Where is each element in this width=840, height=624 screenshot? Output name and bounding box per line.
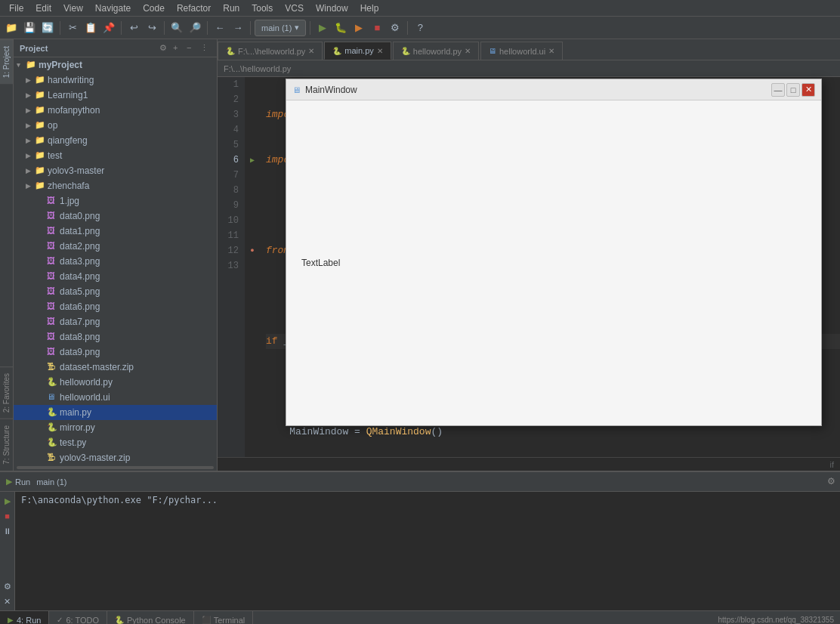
tree-file-data0[interactable]: 🖼 data0.png — [14, 209, 217, 224]
run-close[interactable]: ✕ — [2, 595, 14, 607]
toolbar-forward[interactable]: → — [230, 20, 246, 36]
bottom-tab-python-console[interactable]: 🐍 Python Console — [107, 611, 194, 625]
toolbar-profile-btn[interactable]: ⚙ — [387, 20, 403, 36]
terminal-icon: ⬛ — [202, 616, 211, 624]
vert-tab-project[interactable]: 1: Project — [0, 39, 13, 84]
tab-helloworld-py[interactable]: 🐍 helloworld.py ✕ — [393, 42, 479, 60]
project-panel: Project ⚙ + − ⋮ ▾ 📁 myProject ▶ 📁 handwr… — [14, 39, 218, 471]
tree-file-data1[interactable]: 🖼 data1.png — [14, 224, 217, 239]
toolbar-sync[interactable]: 🔄 — [39, 20, 56, 36]
run-pause[interactable]: ⏸ — [2, 525, 14, 537]
tree-file-yolov3-zip[interactable]: 🗜 yolov3-master.zip — [14, 450, 217, 465]
toolbar-open[interactable]: 📁 — [3, 20, 20, 36]
popup-controls: — □ ✕ — [771, 83, 815, 97]
run-config-selector[interactable]: main (1) ▾ — [255, 20, 306, 36]
tab-main-py[interactable]: 🐍 main.py ✕ — [324, 42, 391, 60]
tree-item-handwriting[interactable]: ▶ 📁 handwriting — [14, 73, 217, 88]
panel-icon-gear[interactable]: ⚙ — [159, 43, 170, 54]
tree-file-1jpg[interactable]: 🖼 1.jpg — [14, 193, 217, 209]
tree-label: yolov3-master.zip — [60, 453, 130, 463]
tree-root[interactable]: ▾ 📁 myProject — [14, 57, 217, 73]
tree-file-data5[interactable]: 🖼 data5.png — [14, 284, 217, 299]
tree-item-learning1[interactable]: ▶ 📁 Learning1 — [14, 88, 217, 103]
tree-file-data9[interactable]: 🖼 data9.png — [14, 344, 217, 360]
tree-file-data8[interactable]: 🖼 data8.png — [14, 329, 217, 344]
tab-helloworld-path[interactable]: 🐍 F:\...\helloworld.py ✕ — [218, 42, 323, 60]
toolbar-find[interactable]: 🔍 — [168, 20, 185, 36]
vert-tab-favorites[interactable]: 2: Favorites — [0, 366, 13, 419]
tree-item-qiangfeng[interactable]: ▶ 📁 qiangfeng — [14, 133, 217, 148]
tree-file-data7[interactable]: 🖼 data7.png — [14, 314, 217, 329]
run-rerun[interactable]: ▶ — [2, 495, 14, 507]
toolbar-stop-btn[interactable]: ■ — [369, 20, 385, 36]
panel-icon-plus[interactable]: + — [173, 43, 184, 54]
toolbar-copy[interactable]: 📋 — [82, 20, 99, 36]
run-settings[interactable]: ⚙ — [2, 580, 14, 592]
bottom-tab-todo[interactable]: ✓ 6: TODO — [49, 611, 107, 625]
bottom-tab-run[interactable]: ▶ 4: Run — [0, 611, 49, 625]
menu-file[interactable]: File — [3, 2, 29, 15]
menu-window[interactable]: Window — [310, 2, 354, 15]
menu-tools[interactable]: Tools — [246, 2, 279, 15]
tree-file-data4[interactable]: 🖼 data4.png — [14, 269, 217, 284]
menu-navigate[interactable]: Navigate — [89, 2, 137, 15]
tree-file-data6[interactable]: 🖼 data6.png — [14, 299, 217, 314]
tree-item-test[interactable]: ▶ 📁 test — [14, 148, 217, 163]
menu-code[interactable]: Code — [137, 2, 171, 15]
menu-vcs[interactable]: VCS — [279, 2, 310, 15]
tree-label: data7.png — [60, 317, 100, 327]
main-window-popup[interactable]: 🖥 MainWindow — □ ✕ TextLabel — [286, 79, 822, 426]
toolbar-coverage-btn[interactable]: ▶ — [351, 20, 367, 36]
menu-refactor[interactable]: Refactor — [171, 2, 217, 15]
toolbar-help-btn[interactable]: ? — [412, 20, 428, 36]
panel-icon-minus[interactable]: − — [187, 43, 197, 54]
bottom-tab-terminal[interactable]: ⬛ Terminal — [194, 611, 254, 625]
popup-close[interactable]: ✕ — [801, 83, 815, 97]
tree-label: data3.png — [60, 256, 100, 267]
tab-close[interactable]: ✕ — [308, 47, 314, 55]
run-stop[interactable]: ■ — [2, 510, 14, 522]
panel-icon-settings[interactable]: ⋮ — [200, 43, 211, 54]
tab-label: F:\...\helloworld.py — [238, 47, 305, 56]
toolbar-cut[interactable]: ✂ — [64, 20, 81, 36]
toolbar-save[interactable]: 💾 — [21, 20, 38, 36]
tree-label: test — [48, 150, 62, 161]
toolbar-run-btn[interactable]: ▶ — [314, 20, 331, 36]
tree-file-test-py[interactable]: 🐍 test.py — [14, 435, 217, 450]
menu-view[interactable]: View — [57, 2, 89, 15]
editor-area: 🐍 F:\...\helloworld.py ✕ 🐍 main.py ✕ 🐍 h… — [218, 39, 840, 471]
popup-maximize[interactable]: □ — [786, 83, 800, 97]
tree-file-helloworld-ui[interactable]: 🖥 helloworld.ui — [14, 390, 217, 405]
menu-edit[interactable]: Edit — [29, 2, 57, 15]
tree-file-mirror-py[interactable]: 🐍 mirror.py — [14, 420, 217, 435]
menu-help[interactable]: Help — [354, 2, 385, 15]
menu-run[interactable]: Run — [217, 2, 246, 15]
tree-file-data2[interactable]: 🖼 data2.png — [14, 239, 217, 254]
tree-file-helloworld-py[interactable]: 🐍 helloworld.py — [14, 375, 217, 390]
popup-minimize[interactable]: — — [771, 83, 785, 97]
tab-helloworld-ui[interactable]: 🖥 helloworld.ui ✕ — [480, 42, 563, 60]
tab-close-hw[interactable]: ✕ — [465, 47, 471, 55]
tree-file-main-py[interactable]: 🐍 main.py — [14, 405, 217, 420]
tree-label: 1.jpg — [60, 196, 79, 206]
toolbar-paste[interactable]: 📌 — [100, 20, 117, 36]
vert-tab-structure[interactable]: 7: Structure — [0, 419, 13, 471]
toolbar-undo[interactable]: ↩ — [125, 20, 142, 36]
run-panel-gear[interactable]: ⚙ — [825, 475, 837, 487]
tree-item-op[interactable]: ▶ 📁 op — [14, 118, 217, 133]
toolbar-debug-btn[interactable]: 🐛 — [332, 20, 349, 36]
tab-close-ui[interactable]: ✕ — [548, 47, 554, 55]
tree-file-dataset[interactable]: 🗜 dataset-master.zip — [14, 360, 217, 375]
tab-close-main[interactable]: ✕ — [377, 47, 383, 55]
tree-item-zhenchafa[interactable]: ▶ 📁 zhenchafa — [14, 178, 217, 193]
ui-icon: 🖥 — [47, 392, 57, 403]
tree-item-mofan[interactable]: ▶ 📁 mofanpython — [14, 103, 217, 118]
toolbar-redo[interactable]: ↪ — [144, 20, 160, 36]
tree-file-data3[interactable]: 🖼 data3.png — [14, 254, 217, 269]
img-icon: 🖼 — [47, 211, 57, 221]
toolbar-back[interactable]: ← — [212, 20, 228, 36]
tree-item-yolov3[interactable]: ▶ 📁 yolov3-master — [14, 163, 217, 178]
toolbar-replace[interactable]: 🔎 — [187, 20, 203, 36]
tabs-bar: 🐍 F:\...\helloworld.py ✕ 🐍 main.py ✕ 🐍 h… — [218, 39, 840, 60]
tree-label: main.py — [60, 407, 91, 418]
